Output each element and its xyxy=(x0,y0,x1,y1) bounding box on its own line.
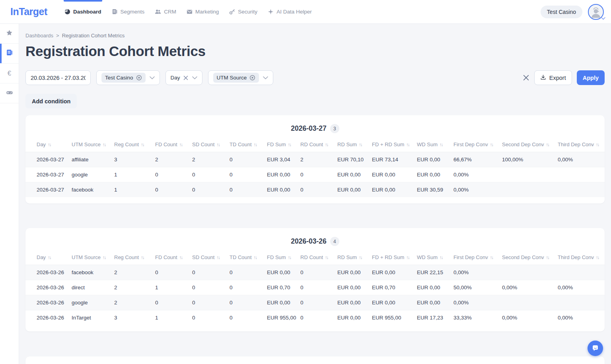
column-header-third-dep-conv[interactable]: Third Dep Conv↑↓ xyxy=(558,250,605,265)
column-header-utm-source[interactable]: UTM Source↑↓ xyxy=(72,250,114,265)
sort-icon[interactable]: ↑↓ xyxy=(490,255,493,260)
sort-icon[interactable]: ↑↓ xyxy=(141,142,144,147)
table-scroll[interactable]: Day↑↓UTM Source↑↓Reg Count↑↓FD Count↑↓SD… xyxy=(25,250,605,325)
sort-icon[interactable]: ↑↓ xyxy=(179,142,183,147)
report-icon xyxy=(6,49,13,58)
column-header-fd-count[interactable]: FD Count↑↓ xyxy=(155,250,192,265)
column-header-td-count[interactable]: TD Count↑↓ xyxy=(230,250,267,265)
brand-chip: Test Casino xyxy=(101,73,146,83)
sort-icon[interactable]: ↑↓ xyxy=(288,255,291,260)
mail-icon xyxy=(187,9,193,15)
nav-item-segments[interactable]: Segments xyxy=(112,0,145,23)
sort-icon[interactable]: ↑↓ xyxy=(596,255,599,260)
column-header-fd-rd-sum[interactable]: FD + RD Sum↑↓ xyxy=(372,250,417,265)
sidebar-item-games[interactable] xyxy=(0,83,19,103)
table-cell: 0 xyxy=(230,280,267,295)
nav-item-crm[interactable]: CRM xyxy=(155,0,176,23)
sidebar-item-finance[interactable]: € xyxy=(0,64,19,83)
chat-launcher-button[interactable] xyxy=(588,341,603,356)
column-header-fd-sum[interactable]: FD Sum↑↓ xyxy=(267,250,300,265)
column-label: RD Sum xyxy=(337,254,357,260)
column-header-rd-count[interactable]: RD Count↑↓ xyxy=(300,250,337,265)
column-header-first-dep-conv[interactable]: First Dep Conv↑↓ xyxy=(453,250,502,265)
sort-icon[interactable]: ↑↓ xyxy=(406,255,409,260)
date-range-input[interactable] xyxy=(25,70,91,85)
sort-icon[interactable]: ↑↓ xyxy=(359,255,362,260)
export-button[interactable]: Export xyxy=(534,70,572,85)
table-badge: 4 xyxy=(330,237,339,246)
table-cell: 0 xyxy=(230,167,267,182)
table-cell xyxy=(502,182,558,197)
dimension-select[interactable]: UTM Source xyxy=(208,70,274,85)
page-title: Registration Cohort Metrics xyxy=(25,43,605,59)
sort-icon[interactable]: ↑↓ xyxy=(325,142,328,147)
column-header-day[interactable]: Day↑↓ xyxy=(25,250,72,265)
column-header-second-dep-conv[interactable]: Second Dep Conv↑↓ xyxy=(502,250,558,265)
brand-select[interactable]: Test Casino xyxy=(96,70,160,85)
column-header-fd-rd-sum[interactable]: FD + RD Sum↑↓ xyxy=(372,137,417,152)
sort-icon[interactable]: ↑↓ xyxy=(490,142,493,147)
table-scroll[interactable]: Day↑↓UTM Source↑↓Reg Count↑↓FD Count↑↓SD… xyxy=(25,137,605,197)
nav-item-security[interactable]: Security xyxy=(229,0,257,23)
nav-item-marketing[interactable]: Marketing xyxy=(187,0,219,23)
column-header-wd-sum[interactable]: WD Sum↑↓ xyxy=(417,250,453,265)
column-header-sd-count[interactable]: SD Count↑↓ xyxy=(192,137,230,152)
app-logo[interactable]: InTarget xyxy=(0,6,64,17)
remove-circle-icon[interactable] xyxy=(249,75,255,81)
sort-icon[interactable]: ↑↓ xyxy=(216,255,220,260)
pie-chart-icon xyxy=(64,9,70,15)
sort-icon[interactable]: ↑↓ xyxy=(103,142,106,147)
sort-icon[interactable]: ↑↓ xyxy=(288,142,291,147)
sort-icon[interactable]: ↑↓ xyxy=(179,255,183,260)
sort-icon[interactable]: ↑↓ xyxy=(141,255,144,260)
table-cell: 0 xyxy=(192,182,230,197)
sort-icon[interactable]: ↑↓ xyxy=(48,255,51,260)
remove-circle-icon[interactable] xyxy=(136,75,142,81)
column-header-rd-sum[interactable]: RD Sum↑↓ xyxy=(337,250,372,265)
sidebar-item-reports[interactable] xyxy=(0,44,19,64)
column-header-td-count[interactable]: TD Count↑↓ xyxy=(230,137,267,152)
sidebar-item-favorites[interactable] xyxy=(0,24,19,44)
add-condition-button[interactable]: Add condition xyxy=(25,94,77,108)
sort-icon[interactable]: ↑↓ xyxy=(254,142,257,147)
breadcrumb-root[interactable]: Dashboards xyxy=(25,33,53,39)
sort-icon[interactable]: ↑↓ xyxy=(596,142,599,147)
clear-filters-icon[interactable] xyxy=(523,74,529,81)
column-header-rd-count[interactable]: RD Count↑↓ xyxy=(300,137,337,152)
column-header-reg-count[interactable]: Reg Count↑↓ xyxy=(114,137,155,152)
sort-icon[interactable]: ↑↓ xyxy=(325,255,328,260)
sort-icon[interactable]: ↑↓ xyxy=(103,255,106,260)
apply-button[interactable]: Apply xyxy=(577,70,605,85)
column-header-sd-count[interactable]: SD Count↑↓ xyxy=(192,250,230,265)
sort-icon[interactable]: ↑↓ xyxy=(440,142,443,147)
sort-icon[interactable]: ↑↓ xyxy=(546,255,549,260)
column-header-rd-sum[interactable]: RD Sum↑↓ xyxy=(337,137,372,152)
clear-x-icon[interactable] xyxy=(183,76,188,80)
sort-icon[interactable]: ↑↓ xyxy=(546,142,549,147)
column-header-wd-sum[interactable]: WD Sum↑↓ xyxy=(417,137,453,152)
sort-icon[interactable]: ↑↓ xyxy=(440,255,443,260)
column-header-fd-sum[interactable]: FD Sum↑↓ xyxy=(267,137,300,152)
column-label: UTM Source xyxy=(72,254,101,260)
column-header-second-dep-conv[interactable]: Second Dep Conv↑↓ xyxy=(502,137,558,152)
sort-icon[interactable]: ↑↓ xyxy=(406,142,409,147)
sort-icon[interactable]: ↑↓ xyxy=(254,255,257,260)
sort-icon[interactable]: ↑↓ xyxy=(216,142,220,147)
column-header-third-dep-conv[interactable]: Third Dep Conv↑↓ xyxy=(558,137,605,152)
chat-bubble-icon xyxy=(591,344,599,353)
sort-icon[interactable]: ↑↓ xyxy=(359,142,362,147)
nav-item-dashboard[interactable]: Dashboard xyxy=(64,0,101,23)
table-row: 2026-03-26InTarget3100EUR 955,000EUR 0,0… xyxy=(25,310,605,325)
account-pill[interactable]: Test Casino xyxy=(541,6,582,18)
column-header-reg-count[interactable]: Reg Count↑↓ xyxy=(114,250,155,265)
user-menu[interactable] xyxy=(588,4,604,20)
sort-icon[interactable]: ↑↓ xyxy=(48,142,51,147)
table-cell xyxy=(558,295,605,310)
table-cell xyxy=(558,182,605,197)
group-by-select[interactable]: Day xyxy=(165,70,202,85)
column-header-fd-count[interactable]: FD Count↑↓ xyxy=(155,137,192,152)
nav-item-ai-data-helper[interactable]: AI Data Helper xyxy=(268,0,312,23)
column-header-day[interactable]: Day↑↓ xyxy=(25,137,72,152)
column-header-utm-source[interactable]: UTM Source↑↓ xyxy=(72,137,114,152)
column-header-first-dep-conv[interactable]: First Dep Conv↑↓ xyxy=(453,137,502,152)
